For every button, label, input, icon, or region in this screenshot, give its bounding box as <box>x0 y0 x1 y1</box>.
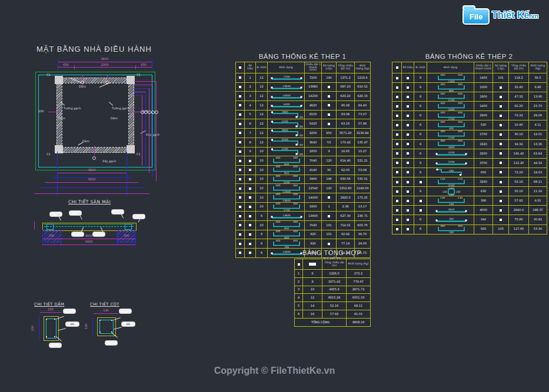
table-row: 630030040052010.404.11 <box>392 120 547 129</box>
ext-line <box>152 85 153 176</box>
dim-line <box>34 222 35 230</box>
svg-text:1100: 1100 <box>448 136 454 139</box>
weight-cell: 63.64 <box>528 149 547 158</box>
marker-cell <box>392 159 401 167</box>
marker-cell-header <box>236 62 244 73</box>
steel-table-1-title: BẢNG THỐNG KÊ THÉP 1 <box>234 53 371 60</box>
svg-text:700: 700 <box>284 245 289 247</box>
table-row: 103003006507040120614.40521.21 <box>236 156 370 165</box>
shape-cell: 3003001300 <box>427 73 474 82</box>
marker-cell <box>236 73 244 82</box>
shape-cell-header: Hình dạng <box>427 62 474 73</box>
column-width-dim: 130 <box>97 309 115 312</box>
svg-text:300: 300 <box>457 74 462 76</box>
no-cell <box>401 149 414 158</box>
length-cell: 13680 <box>304 83 321 92</box>
table-row: 6300300700920103117.6053.30 <box>392 225 547 234</box>
marker-cell <box>392 120 401 129</box>
svg-text:300: 300 <box>300 116 304 119</box>
svg-text:340: 340 <box>448 217 453 220</box>
svg-text:300: 300 <box>457 130 462 133</box>
svg-text:300: 300 <box>440 121 445 123</box>
marker-cell <box>236 239 244 248</box>
table-row: 1030030032003460196630.56535.51 <box>236 175 370 184</box>
svg-text:650: 650 <box>284 162 289 165</box>
total-cell: 714.01 <box>336 221 354 230</box>
marker-cell <box>236 175 244 184</box>
shape-cell: 300300650 <box>267 166 304 175</box>
shape-cell: 1101103200 <box>427 177 474 186</box>
dia-cell: 6 <box>414 159 427 167</box>
table-row: 61657.9291.01 <box>295 310 370 318</box>
svg-text:3200: 3200 <box>448 160 454 163</box>
dia-cell: 12 <box>255 83 267 92</box>
svg-text:130: 130 <box>440 197 445 199</box>
svg-text:130: 130 <box>457 197 462 199</box>
marker-cell <box>392 177 401 186</box>
dim-line <box>92 317 93 335</box>
table-row: 63003001700180047.3213.90 <box>392 92 547 101</box>
marker-cell <box>236 184 244 193</box>
ext-line <box>134 85 152 85</box>
shape-cell: 3003001750 <box>267 203 304 212</box>
svg-text:300: 300 <box>300 134 304 137</box>
svg-text:13600: 13600 <box>282 213 291 216</box>
dim-line <box>42 239 135 239</box>
length-cell: 7040 <box>304 221 321 230</box>
svg-text:300: 300 <box>457 112 462 114</box>
table-row: 712390030042008503571.203136.84 <box>236 128 370 138</box>
weight-cell: 68.11 <box>528 177 547 186</box>
weight-cell: 53.30 <box>528 225 547 234</box>
shape-cell: 14000 <box>267 92 304 100</box>
weight-cell: 53.08 <box>354 166 370 175</box>
weight-cell: 135.47 <box>354 138 370 147</box>
total-value-cell: 9908.16 <box>346 319 370 326</box>
column-detail-title: CHI TIẾT CỘT <box>90 302 119 307</box>
no-cell <box>244 221 255 230</box>
svg-text:3200: 3200 <box>284 181 290 183</box>
weight-cell: 29.00 <box>354 239 370 248</box>
svg-text:300: 300 <box>440 225 445 227</box>
no-cell <box>401 83 414 92</box>
table-row: 364040002640.0188.37 <box>392 205 547 215</box>
no-cell <box>244 212 255 220</box>
total-cell: 633.23 <box>336 92 354 100</box>
svg-text:13600: 13600 <box>282 250 291 253</box>
qty-cell: 850 <box>321 129 336 138</box>
shape-cell: 3200300 <box>267 138 304 147</box>
beam-height-dim: 200 <box>31 326 34 331</box>
svg-text:300: 300 <box>457 121 462 123</box>
svg-text:130: 130 <box>448 202 453 205</box>
section-mark-icon <box>92 156 96 160</box>
table-row: 630030013001400101118.256.5 <box>392 73 547 82</box>
no-cell: 2 <box>295 278 302 286</box>
dia-cell: 10 <box>255 221 267 230</box>
svg-text:700: 700 <box>448 231 453 233</box>
marker-cell <box>236 138 244 147</box>
weight-cell: 11.16 <box>528 187 547 196</box>
site-logo[interactable]: File Thiết Kế.vn <box>463 6 547 27</box>
qty-cell: 190 <box>321 73 336 82</box>
svg-text:300: 300 <box>457 140 462 142</box>
shape-cell: 7800300 <box>267 110 304 119</box>
ext-line <box>156 81 157 181</box>
svg-text:300: 300 <box>293 166 298 168</box>
no-cell <box>401 159 414 167</box>
weight-cell: 603.70 <box>354 221 370 230</box>
no-cell <box>401 206 414 215</box>
total-cell: 627.30 <box>336 212 354 220</box>
dim-tick <box>94 146 95 155</box>
svg-text:900: 900 <box>448 89 453 91</box>
header-row: Tổng chiều dài (m)Khối lượng (kg) <box>295 259 370 269</box>
qty-cell <box>321 212 336 220</box>
ext-line <box>127 152 127 196</box>
weight-cell: 236.71 <box>354 212 370 220</box>
marker-cell <box>392 225 401 234</box>
shape-cell: 300300400 <box>427 120 474 129</box>
shape-cell: 130130130 <box>427 196 474 205</box>
dia-cell: 12 <box>255 92 267 100</box>
dim-bottom-2: 5000 <box>45 178 138 181</box>
leader-line <box>58 328 66 331</box>
dim-line <box>39 187 144 188</box>
length-cell: 7040 <box>304 156 321 165</box>
